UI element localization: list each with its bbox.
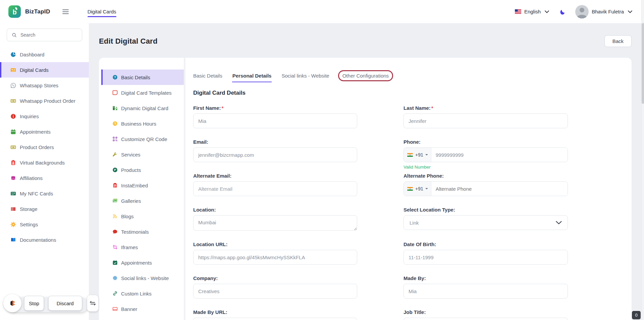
field-phone: Phone: +91 Valid Number — [404, 139, 568, 162]
caret-down-icon — [425, 188, 428, 189]
biztapid-logo[interactable]: b — [8, 5, 21, 18]
hamburger-menu-button[interactable] — [62, 9, 69, 14]
sidebar-item-my-nfc-cards[interactable]: My NFC Cards — [0, 186, 89, 201]
search-input[interactable] — [20, 32, 78, 38]
card-nav-item-blogs[interactable]: Blogs — [99, 209, 184, 224]
card-nav-item-digital-card-templates[interactable]: Digital Card Templates — [99, 85, 184, 100]
page-scrollbar[interactable] — [641, 0, 644, 320]
dark-mode-toggle[interactable] — [559, 8, 566, 15]
job-title-input[interactable] — [404, 318, 568, 320]
card-nav-item-social-links-website[interactable]: Social links - Website — [99, 270, 184, 286]
sidebar-item-settings[interactable]: Settings — [0, 217, 89, 232]
email-input[interactable] — [193, 147, 357, 162]
required-asterisk: * — [222, 105, 224, 111]
chevron-down-icon — [544, 10, 550, 13]
location-url-input[interactable] — [193, 250, 357, 265]
card-section-nav: ?Basic DetailsDigital Card TemplatesDyna… — [99, 58, 184, 320]
card-nav-item-customize-qr-code[interactable]: Customize QR Code — [99, 131, 184, 147]
sidebar-item-dashboard[interactable]: Dashboard — [0, 47, 89, 62]
user-menu[interactable]: Bhavik Fuletra — [575, 5, 633, 18]
hamburger-icon — [62, 9, 69, 14]
tab-social-links-website[interactable]: Social links - Website — [281, 73, 329, 79]
location-textarea[interactable]: Mumbai — [193, 215, 357, 231]
avatar — [575, 5, 589, 18]
made-by-url-input[interactable] — [193, 318, 357, 320]
chat-icon — [112, 229, 118, 234]
gear-icon — [10, 222, 16, 227]
discard-button[interactable]: Discard — [48, 296, 82, 311]
alternate-email-input[interactable] — [193, 181, 357, 196]
country-code-select[interactable]: +91 — [404, 148, 431, 162]
sidebar-item-label: Appointments — [20, 129, 51, 135]
company-input[interactable] — [193, 284, 357, 299]
sidebar-item-documentations[interactable]: Documentations — [0, 232, 89, 247]
select-location-type-select[interactable]: Link — [404, 215, 568, 230]
card-nav-item-banner[interactable]: Banner — [99, 301, 184, 317]
made-by-input[interactable] — [404, 284, 568, 299]
field-label: Alternate Phone: — [404, 173, 568, 179]
moon-icon — [559, 8, 566, 15]
screen-recorder-widget: Stop Discard — [3, 294, 99, 312]
header-right: English Bhavik Fuletra — [515, 5, 641, 18]
recorder-logo-button[interactable] — [3, 294, 21, 312]
tab-basic-details[interactable]: Basic Details — [193, 73, 222, 79]
swap-button[interactable] — [87, 295, 99, 312]
sidebar-item-virtual-backgrounds[interactable]: Virtual Backgrounds — [0, 155, 89, 170]
card-nav-item-business-hours[interactable]: Business Hours — [99, 116, 184, 131]
card-nav-item-basic-details[interactable]: ?Basic Details — [101, 70, 184, 85]
banner-icon — [112, 306, 118, 312]
tab-other-configurations[interactable]: Other Configurations — [338, 70, 393, 81]
card-nav-item-instaembed[interactable]: InstaEmbed — [99, 178, 184, 193]
scrollbar-thumb[interactable] — [642, 23, 644, 104]
country-code-select[interactable]: +91 — [404, 182, 431, 196]
sidebar-item-storage[interactable]: Storage — [0, 201, 89, 217]
card-nav-item-label: Digital Card Templates — [121, 90, 172, 96]
sidebar-item-label: Whatsapp Product Order — [20, 98, 75, 104]
card-nav-item-appointments[interactable]: Appointments — [99, 255, 184, 270]
stop-button[interactable]: Stop — [24, 296, 44, 311]
card-nav-item-testimonials[interactable]: Testimonials — [99, 224, 184, 239]
card-nav-item-label: Customize QR Code — [121, 136, 167, 142]
tab-personal-details[interactable]: Personal Details — [232, 73, 272, 79]
card-nav-item-label: Dynamic Digital Card — [121, 105, 168, 111]
language-selector[interactable]: English — [515, 9, 550, 14]
date-of-birth-input[interactable] — [404, 250, 568, 265]
validation-message: Valid Number — [404, 165, 431, 170]
notification-badge[interactable]: 0 — [632, 311, 641, 319]
edit-card-panel: ?Basic DetailsDigital Card TemplatesDyna… — [99, 58, 632, 320]
dynamic-card-icon — [112, 105, 118, 111]
card-nav-item-label: Services — [121, 152, 141, 157]
select-location-type-value: Link — [410, 220, 419, 226]
header-nav-digital-cards[interactable]: Digital Cards — [88, 9, 116, 14]
alternate-phone-field: +91 — [404, 181, 568, 196]
field-label: Made By: — [404, 275, 568, 281]
alternate-phone-input[interactable] — [431, 182, 568, 196]
sidebar-item-appointments[interactable]: Appointments — [0, 124, 89, 139]
sidebar-item-product-orders[interactable]: Product Orders — [0, 139, 89, 155]
sidebar-item-label: Product Orders — [20, 144, 54, 150]
sidebar-item-whatsapp-stores[interactable]: Whatsapp Stores — [0, 78, 89, 93]
sidebar-item-digital-cards[interactable]: Digital Cards — [0, 62, 89, 78]
first-name-input[interactable] — [193, 113, 357, 128]
rss-icon — [112, 214, 118, 219]
sidebar-item-inquiries[interactable]: Inquiries — [0, 108, 89, 124]
card-nav-item-iframes[interactable]: Iframes — [99, 239, 184, 255]
card-nav-item-products[interactable]: PProducts — [99, 162, 184, 178]
sidebar-item-label: Inquiries — [20, 113, 39, 119]
sidebar-item-label: My NFC Cards — [20, 191, 53, 196]
whatsapp-icon — [10, 83, 16, 88]
sidebar-item-whatsapp-product-order[interactable]: Whatsapp Product Order — [0, 93, 89, 108]
card-nav-item-services[interactable]: Services — [99, 147, 184, 162]
phone-input[interactable] — [431, 148, 568, 162]
card-nav-item-custom-links[interactable]: Custom Links — [99, 286, 184, 301]
field-location: Location: Mumbai — [193, 207, 357, 231]
card-nav-item-dynamic-digital-card[interactable]: Dynamic Digital Card — [99, 100, 184, 116]
card-nav-item-label: Social links - Website — [121, 275, 169, 281]
back-button[interactable]: Back — [604, 35, 632, 47]
sidebar-item-affiliations[interactable]: Affiliations — [0, 170, 89, 186]
card-nav-item-galleries[interactable]: Galleries — [99, 193, 184, 209]
last-name-input[interactable] — [404, 113, 568, 128]
svg-text:?: ? — [114, 75, 116, 79]
required-asterisk: * — [431, 105, 433, 111]
crop-icon — [112, 244, 118, 250]
